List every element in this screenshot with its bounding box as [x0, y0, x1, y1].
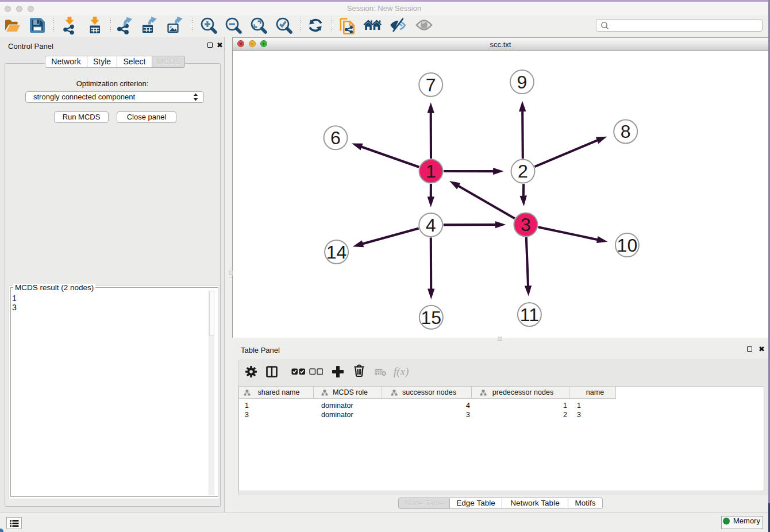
- svg-text:3: 3: [521, 214, 531, 235]
- svg-text:4: 4: [426, 215, 436, 236]
- svg-text:9: 9: [517, 72, 528, 92]
- svg-text:f(x): f(x): [394, 365, 409, 378]
- svg-text:11: 11: [520, 304, 539, 325]
- svg-text:15: 15: [421, 307, 442, 328]
- svg-text:6: 6: [330, 128, 341, 148]
- svg-text:14: 14: [326, 242, 347, 263]
- svg-text:8: 8: [621, 121, 631, 142]
- svg-text:7: 7: [426, 75, 436, 95]
- svg-text:2: 2: [518, 161, 528, 182]
- svg-text:10: 10: [617, 235, 638, 256]
- svg-text:1: 1: [426, 161, 436, 182]
